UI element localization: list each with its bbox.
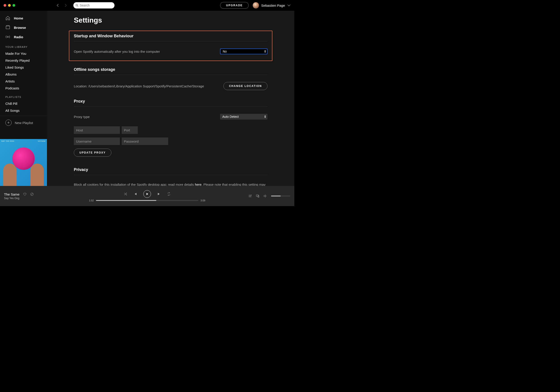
- search-input[interactable]: [80, 4, 112, 7]
- volume-bar[interactable]: [271, 196, 290, 196]
- proxy-heading: Proxy: [74, 99, 268, 104]
- username-label: Sebastien Page: [261, 4, 285, 7]
- chevron-down-icon: [287, 4, 291, 7]
- album-art-album: VOYAGE: [38, 140, 46, 142]
- divider: [74, 175, 268, 175]
- maximize-window-button[interactable]: [12, 4, 15, 7]
- play-button[interactable]: [143, 190, 151, 198]
- now-playing-title[interactable]: The Same: [4, 192, 20, 196]
- elapsed-time: 1:52: [89, 199, 94, 202]
- sidebar-item-radio[interactable]: Radio: [3, 32, 44, 42]
- home-icon: [5, 16, 10, 20]
- shuffle-button[interactable]: [124, 192, 127, 196]
- sidebar-item-label: Browse: [14, 26, 26, 29]
- new-playlist-button[interactable]: + New Playlist: [0, 116, 47, 129]
- sidebar-item-made-for-you[interactable]: Made For You: [0, 50, 47, 57]
- svg-point-3: [7, 36, 9, 38]
- sidebar-item-recently-played[interactable]: Recently Played: [0, 57, 47, 64]
- sidebar-item-home[interactable]: Home: [3, 13, 44, 23]
- playlists-heading: PLAYLISTS: [0, 92, 47, 100]
- repeat-button[interactable]: [167, 192, 171, 196]
- proxy-host-input[interactable]: [74, 126, 120, 134]
- open-auto-select[interactable]: No: [220, 49, 268, 54]
- volume-fill: [271, 196, 281, 196]
- sidebar: Home Browse Radio YOUR LIBRARY Made For …: [0, 11, 47, 186]
- close-window-button[interactable]: [4, 4, 6, 7]
- divider: [74, 106, 268, 107]
- duration-time: 3:09: [200, 199, 205, 202]
- minimize-window-button[interactable]: [8, 4, 11, 7]
- open-auto-select-wrap: No ▲▼: [220, 49, 268, 54]
- offline-location-text: Location: /Users/sebastien/Library/Appli…: [74, 84, 204, 88]
- main-content: Settings Startup and Window Behaviour Op…: [47, 11, 294, 186]
- now-playing-artist[interactable]: Say Yes Dog: [4, 197, 62, 200]
- privacy-heading: Privacy: [74, 167, 268, 172]
- sidebar-item-albums[interactable]: Albums: [0, 71, 47, 78]
- player-bar: The Same Say Yes Dog: [0, 186, 294, 206]
- proxy-type-label: Proxy type: [74, 115, 90, 119]
- upgrade-button[interactable]: UPGRADE: [220, 2, 249, 9]
- svg-point-0: [76, 4, 78, 6]
- nav-arrows: [55, 3, 68, 8]
- change-location-button[interactable]: CHANGE LOCATION: [223, 82, 268, 90]
- progress-bar[interactable]: [96, 200, 198, 201]
- startup-heading: Startup and Window Behaviour: [74, 34, 268, 39]
- previous-button[interactable]: [133, 192, 137, 196]
- svg-line-1: [77, 6, 78, 7]
- album-art-artist: SAY YES DOG: [1, 140, 14, 142]
- sidebar-item-artists[interactable]: Artists: [0, 78, 47, 85]
- divider: [74, 41, 268, 41]
- proxy-username-input[interactable]: [74, 137, 120, 145]
- proxy-type-select-wrap: Auto Detect ▲▼: [220, 114, 268, 119]
- svg-line-5: [31, 193, 33, 195]
- page-title: Settings: [74, 16, 268, 24]
- proxy-password-input[interactable]: [122, 137, 168, 145]
- startup-highlight-box: Startup and Window Behaviour Open Spotif…: [69, 31, 272, 61]
- proxy-type-select[interactable]: Auto Detect: [220, 114, 268, 119]
- proxy-port-input[interactable]: [122, 126, 138, 134]
- sidebar-item-podcasts[interactable]: Podcasts: [0, 85, 47, 92]
- open-auto-label: Open Spotify automatically after you log…: [74, 50, 160, 53]
- sidebar-playlist-chill-pill[interactable]: Chill Pill: [0, 100, 47, 107]
- browse-icon: [5, 25, 10, 30]
- nav-back-button[interactable]: [55, 3, 60, 8]
- library-heading: YOUR LIBRARY: [0, 42, 47, 50]
- sidebar-playlist-all-songs[interactable]: All Songs: [0, 107, 47, 114]
- titlebar: UPGRADE Sebastien Page: [0, 0, 294, 11]
- user-menu[interactable]: Sebastien Page: [253, 2, 291, 9]
- next-button[interactable]: [157, 192, 161, 196]
- ban-icon[interactable]: [30, 192, 34, 196]
- plus-icon: +: [5, 119, 12, 126]
- new-playlist-label: New Playlist: [15, 121, 33, 125]
- update-proxy-button[interactable]: UPDATE PROXY: [74, 149, 111, 157]
- privacy-text: Block all cookies for this installation …: [74, 179, 268, 186]
- search-field[interactable]: [73, 2, 114, 9]
- now-playing-album-art[interactable]: SAY YES DOG VOYAGE: [0, 139, 47, 186]
- sidebar-item-label: Home: [14, 16, 23, 20]
- devices-button[interactable]: [256, 194, 260, 198]
- sidebar-item-label: Radio: [14, 35, 23, 39]
- privacy-link[interactable]: here: [195, 183, 201, 186]
- queue-button[interactable]: [248, 194, 252, 198]
- sidebar-item-liked-songs[interactable]: Liked Songs: [0, 64, 47, 71]
- offline-heading: Offline songs storage: [74, 67, 268, 72]
- heart-icon[interactable]: [23, 192, 27, 196]
- sidebar-item-browse[interactable]: Browse: [3, 23, 44, 32]
- volume-icon[interactable]: [263, 194, 267, 198]
- divider: [74, 75, 268, 75]
- avatar: [253, 2, 259, 9]
- search-icon: [76, 4, 78, 7]
- progress-fill: [96, 200, 156, 201]
- window-controls: [4, 4, 15, 7]
- svg-rect-2: [6, 26, 10, 29]
- radio-icon: [5, 34, 10, 39]
- nav-forward-button[interactable]: [63, 3, 68, 8]
